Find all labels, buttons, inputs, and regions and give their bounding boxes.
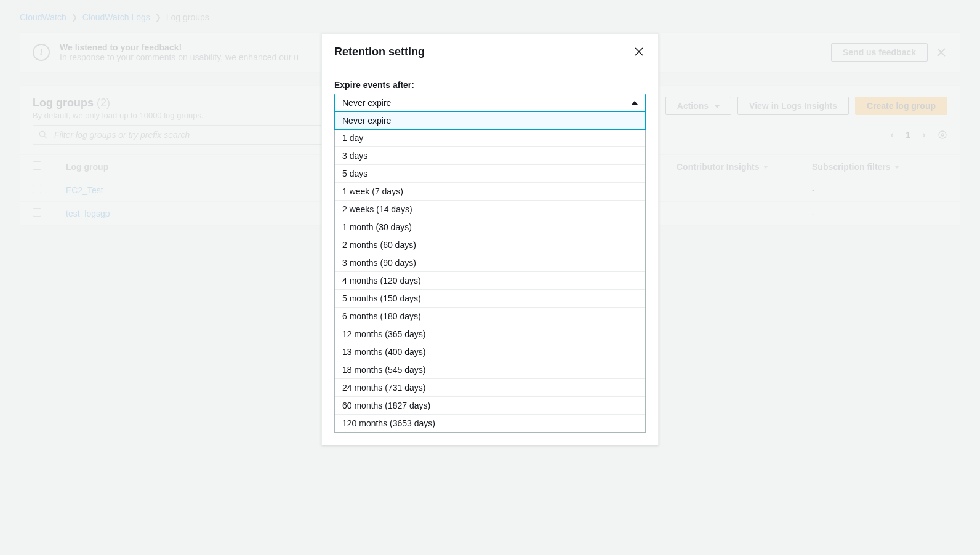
expire-events-label: Expire events after: xyxy=(334,80,646,90)
retention-option[interactable]: 18 months (545 days) xyxy=(335,361,645,379)
retention-option[interactable]: 13 months (400 days) xyxy=(335,343,645,361)
retention-option[interactable]: 1 month (30 days) xyxy=(335,218,645,236)
retention-select[interactable]: Never expire xyxy=(334,94,646,112)
retention-option[interactable]: 60 months (1827 days) xyxy=(335,397,645,415)
retention-option[interactable]: 5 days xyxy=(335,165,645,183)
retention-options-list: Never expire1 day3 days5 days1 week (7 d… xyxy=(334,111,646,433)
retention-option[interactable]: 1 week (7 days) xyxy=(335,183,645,201)
retention-option[interactable]: 1 day xyxy=(335,129,645,147)
retention-option[interactable]: 3 days xyxy=(335,147,645,165)
retention-option[interactable]: 2 weeks (14 days) xyxy=(335,201,645,218)
retention-option[interactable]: 12 months (365 days) xyxy=(335,325,645,343)
retention-select-value: Never expire xyxy=(342,98,391,108)
modal-title: Retention setting xyxy=(334,46,425,58)
caret-up-icon xyxy=(632,101,638,105)
retention-option[interactable]: 5 months (150 days) xyxy=(335,290,645,308)
retention-option[interactable]: 3 months (90 days) xyxy=(335,254,645,272)
close-icon[interactable] xyxy=(632,45,646,58)
retention-modal: Retention setting Expire events after: N… xyxy=(321,33,659,445)
retention-option[interactable]: 24 months (731 days) xyxy=(335,379,645,397)
retention-option[interactable]: 4 months (120 days) xyxy=(335,272,645,290)
retention-option[interactable]: 6 months (180 days) xyxy=(335,308,645,325)
retention-option[interactable]: 120 months (3653 days) xyxy=(335,415,645,432)
retention-option[interactable]: Never expire xyxy=(334,111,646,130)
modal-overlay[interactable]: Retention setting Expire events after: N… xyxy=(0,0,980,555)
retention-option[interactable]: 2 months (60 days) xyxy=(335,236,645,254)
